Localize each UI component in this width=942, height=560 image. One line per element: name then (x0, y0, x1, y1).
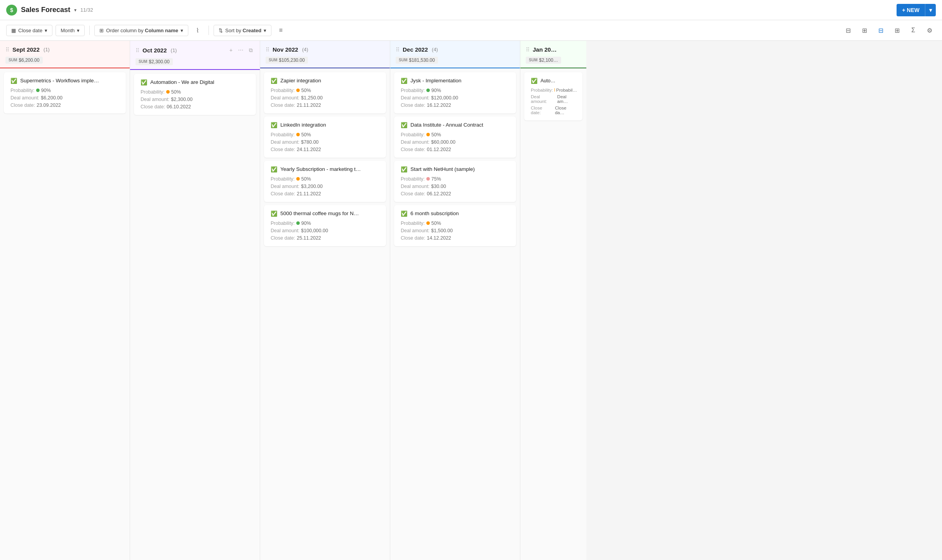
close-date-button[interactable]: ▦ Close date ▾ (6, 25, 52, 36)
sum-value-jan: $2,100… (539, 57, 558, 63)
column-sept: ⠿Sept 2022(1)SUM$6,200.00✅Supermetrics -… (0, 41, 130, 560)
column-title-row-jan: ⠿Jan 20… (526, 46, 581, 53)
card-check-icon-jan-0: ✅ (531, 78, 537, 84)
card-check-icon-dec-0: ✅ (401, 78, 407, 84)
deal-label-sept-0: Deal amount: (10, 95, 39, 101)
prob-label-nov-3: Probability: (271, 221, 295, 226)
toolbar-divider-1 (89, 26, 90, 35)
sum-icon[interactable]: Σ (907, 24, 919, 37)
month-button[interactable]: Month ▾ (56, 25, 85, 36)
column-title-nov: Nov 2022 (273, 46, 298, 53)
add-card-button-oct[interactable]: + (228, 46, 234, 54)
card-title-row-sept-0: ✅Supermetrics - Workflows imple… (10, 78, 120, 84)
view-table-icon[interactable]: ⊞ (858, 24, 871, 37)
table-row[interactable]: ✅Jysk - ImplementationProbability:90%Dea… (394, 72, 516, 113)
card-check-icon-sept-0: ✅ (10, 78, 17, 84)
card-probability-dec-0: Probability:90% (401, 88, 511, 93)
settings-icon[interactable]: ⚙ (923, 24, 936, 37)
card-probability-nov-0: Probability:50% (271, 88, 381, 93)
new-button[interactable]: + NEW ▾ (897, 4, 936, 16)
prob-label-dec-1: Probability: (401, 132, 425, 137)
column-sum-oct: SUM$2,300.00 (136, 57, 254, 65)
table-row[interactable]: ✅Automation - We are DigitalProbability:… (134, 74, 256, 115)
prob-dot-sept-0 (36, 89, 40, 92)
card-close-date-dec-3: Close date:14.12.2022 (401, 235, 511, 241)
prob-label-dec-0: Probability: (401, 88, 425, 93)
card-title-nov-2: Yearly Subscription - marketing t… (280, 166, 361, 172)
card-close-date-oct-0: Close date:06.10.2022 (141, 104, 250, 110)
prob-label-nov-1: Probability: (271, 132, 295, 137)
table-row[interactable]: ✅Zapier integrationProbability:50%Deal a… (264, 72, 386, 113)
column-title-row-oct: ⠿Oct 2022(1)+⋯⧉ (136, 46, 254, 54)
column-sum-jan: SUM$2,100… (526, 56, 581, 64)
new-button-arrow[interactable]: ▾ (925, 4, 936, 16)
prob-label-sept-0: Probability: (10, 88, 35, 93)
copy-button-oct[interactable]: ⧉ (247, 46, 254, 54)
prob-value-dec-3: 50% (431, 221, 441, 226)
deal-label-dec-0: Deal amount: (401, 95, 429, 101)
table-row[interactable]: ✅Yearly Subscription - marketing t…Proba… (264, 161, 386, 202)
deal-label-nov-0: Deal amount: (271, 95, 299, 101)
card-check-icon-nov-1: ✅ (271, 122, 277, 128)
table-row[interactable]: ✅Auto…Probability:Probabil…Deal amount:D… (524, 72, 582, 120)
month-label: Month (61, 28, 75, 33)
column-count-oct: (1) (171, 47, 177, 53)
prob-dot-nov-3 (296, 221, 300, 225)
sort-text: Sort by Created (225, 28, 261, 33)
sort-arrow[interactable]: ▾ (264, 28, 266, 33)
date-value-nov-1: 24.11.2022 (297, 147, 321, 152)
card-close-date-nov-3: Close date:25.11.2022 (271, 235, 381, 241)
column-cards-dec: ✅Jysk - ImplementationProbability:90%Dea… (390, 68, 520, 560)
view-grid-icon[interactable]: ⊞ (891, 24, 903, 37)
month-arrow[interactable]: ▾ (77, 28, 80, 33)
table-row[interactable]: ✅Start with NetHunt (sample)Probability:… (394, 161, 516, 202)
deal-value-dec-2: $30.00 (431, 184, 446, 189)
kanban-icon: ▦ (11, 28, 16, 33)
prob-value-nov-0: 50% (301, 88, 311, 93)
table-row[interactable]: ✅LinkedIn integrationProbability:50%Deal… (264, 117, 386, 158)
sort-button[interactable]: ⇅ Sort by Created ▾ (214, 25, 271, 36)
card-title-row-nov-3: ✅5000 thermal coffee mugs for N… (271, 210, 381, 217)
sum-label-sept: SUM (9, 58, 17, 62)
order-column-arrow[interactable]: ▾ (181, 28, 183, 33)
new-button-label[interactable]: + NEW (897, 4, 925, 16)
card-deal-nov-3: Deal amount:$100,000.00 (271, 228, 381, 233)
view-list-icon[interactable]: ⊟ (842, 24, 854, 37)
date-label-dec-2: Close date: (401, 191, 425, 197)
column-header-nov: ⠿Nov 2022(4)SUM$105,230.00 (260, 41, 390, 68)
card-close-date-dec-2: Close date:06.12.2022 (401, 191, 511, 197)
filter-sort-icon[interactable]: ≡ (275, 24, 287, 37)
filter-icon[interactable]: ⊟ (874, 24, 887, 37)
column-cards-nov: ✅Zapier integrationProbability:50%Deal a… (260, 68, 390, 560)
new-button-group[interactable]: + NEW ▾ (897, 4, 936, 16)
date-label-nov-1: Close date: (271, 147, 295, 152)
table-row[interactable]: ✅5000 thermal coffee mugs for N…Probabil… (264, 205, 386, 246)
date-label-dec-3: Close date: (401, 235, 425, 241)
table-row[interactable]: ✅Data Institute - Annual ContractProbabi… (394, 117, 516, 158)
chart-icon-button[interactable]: ⌇ (191, 24, 204, 37)
column-count-dec: (4) (432, 47, 438, 52)
toolbar-divider-2 (209, 26, 209, 35)
drag-handle-sept[interactable]: ⠿ (5, 47, 9, 53)
card-deal-dec-0: Deal amount:$120,000.00 (401, 95, 511, 101)
card-close-date-nov-2: Close date:21.11.2022 (271, 191, 381, 197)
order-column-text: Order column by Column name (106, 28, 178, 33)
record-count: 11/32 (80, 7, 93, 13)
drag-handle-nov[interactable]: ⠿ (266, 47, 269, 53)
drag-handle-oct[interactable]: ⠿ (136, 47, 139, 54)
date-value-dec-2: 06.12.2022 (427, 191, 451, 197)
app-title: Sales Forecast (21, 6, 70, 14)
date-value-oct-0: 06.10.2022 (167, 104, 191, 110)
deal-value-nov-2: $3,200.00 (301, 184, 323, 189)
order-column-button[interactable]: ⊞ Order column by Column name ▾ (94, 25, 188, 36)
drag-handle-dec[interactable]: ⠿ (396, 47, 400, 53)
drag-handle-jan[interactable]: ⠿ (526, 47, 530, 53)
title-dropdown-icon[interactable]: ▾ (74, 7, 76, 13)
card-title-row-oct-0: ✅Automation - We are Digital (141, 79, 250, 85)
prob-dot-dec-2 (426, 177, 430, 181)
table-row[interactable]: ✅6 month subscriptionProbability:50%Deal… (394, 205, 516, 246)
card-probability-dec-1: Probability:50% (401, 132, 511, 137)
table-row[interactable]: ✅Supermetrics - Workflows imple…Probabil… (4, 72, 126, 113)
close-date-arrow[interactable]: ▾ (45, 28, 47, 33)
more-button-oct[interactable]: ⋯ (236, 46, 245, 54)
